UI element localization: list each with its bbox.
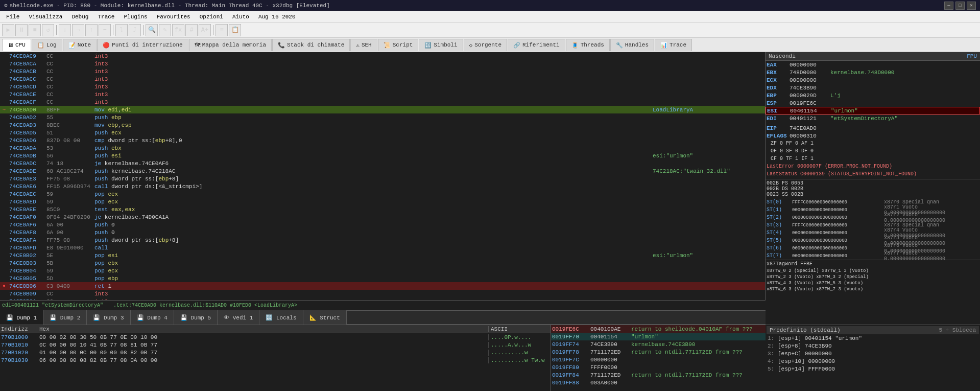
close-button[interactable]: ✕ — [967, 2, 976, 10]
tab-dump1[interactable]: 💾 Dump 1 — [0, 310, 43, 325]
tab-callstack[interactable]: 📞 Stack di chiamate — [272, 39, 350, 51]
edi-status: edi=00401121 "etSystemDirectoryA" — [2, 303, 103, 308]
menu-trace[interactable]: Trace — [93, 13, 118, 21]
hash-button[interactable]: # — [185, 24, 198, 36]
tab-handles[interactable]: 🔧 Handles — [610, 39, 654, 51]
disasm-row[interactable]: 74CE0AD3 8BEC mov ebp,esp — [0, 121, 765, 129]
work-area: 74CE0AC9 CC int3 74CE0ACA CC int3 74CE0A… — [0, 52, 980, 391]
tab-locals[interactable]: 🔣 Locals — [259, 310, 303, 325]
menu-plugins[interactable]: Plugins — [119, 13, 151, 21]
disasm-row[interactable]: 74CE0AFD E8 9E010000 call — [0, 244, 765, 251]
menu-aug 16 2020[interactable]: Aug 16 2020 — [254, 13, 300, 21]
tab-dump5[interactable]: 💾 Dump 5 — [174, 310, 218, 325]
disasm-row[interactable]: 74CE0ADA 53 push ebx — [0, 144, 765, 152]
tab-seh[interactable]: ⚠ SEH — [350, 39, 377, 51]
tab-symbols[interactable]: 🔣 Simboli — [419, 39, 463, 51]
run-button[interactable]: ▶ — [2, 24, 14, 36]
tab-vedi1[interactable]: 👁 Vedi 1 — [218, 310, 259, 325]
tab-references[interactable]: 🔗 Riferimenti — [508, 39, 565, 51]
register-row-esp[interactable]: ESP 0019FE6C — [766, 99, 980, 107]
disasm-row[interactable]: 74CE0B04 59 pop ecx — [0, 267, 765, 274]
step-into-button[interactable]: ↓ — [59, 24, 71, 36]
disasm-scroll[interactable]: 74CE0AC9 CC int3 74CE0ACA CC int3 74CE0A… — [0, 52, 765, 300]
disasm-row[interactable]: 74CE0B09 CC int3 — [0, 290, 765, 297]
disasm-row[interactable]: 74CE0AD6 837D 08 00 cmp dword ptr ss:[eb… — [0, 136, 765, 144]
disasm-row[interactable]: 74CE0AE6 FF15 A096D974 call dword ptr ds… — [0, 182, 765, 190]
tab-dump2[interactable]: 💾 Dump 2 — [43, 310, 87, 325]
menu-opzioni[interactable]: Opzioni — [196, 13, 227, 21]
tab-breakpoints[interactable]: 🔴 Punti di interruzione — [97, 39, 188, 51]
disasm-row[interactable]: 74CE0ACB CC int3 — [0, 67, 765, 75]
disasm-row[interactable]: 74CE0AED 59 pop ecx — [0, 198, 765, 205]
register-row-ecx[interactable]: ECX 00000000 — [766, 76, 980, 84]
panels: 74CE0AC9 CC int3 74CE0ACA CC int3 74CE0A… — [0, 52, 980, 391]
disasm-row[interactable]: 74CE0B03 5B pop ebx — [0, 259, 765, 267]
step-out-button[interactable]: ↑ — [85, 24, 98, 36]
maximize-button[interactable]: □ — [955, 2, 965, 10]
disasm-row[interactable]: 74CE0ACC CC int3 — [0, 75, 765, 83]
menu-file[interactable]: File — [2, 13, 23, 21]
register-row-ebx[interactable]: EBX 748D0000 kernelbase.748D0000 — [766, 68, 980, 76]
disasm-row[interactable]: 74CE0ACD CC int3 — [0, 83, 765, 90]
tab-trace[interactable]: 📊 Trace — [655, 39, 692, 51]
minimize-button[interactable]: — — [944, 2, 953, 10]
font-button[interactable]: A+ — [199, 24, 211, 36]
disasm-row[interactable]: 74CE0AE3 FF75 08 push dword ptr ss:[ebp+… — [0, 175, 765, 182]
disasm-row[interactable]: 74CE0AD2 55 push ebp — [0, 113, 765, 121]
disasm-row[interactable]: 74CE0AF8 6A 00 push 0 — [0, 228, 765, 236]
disasm-row[interactable]: 74CE0AF0 0F84 24BF0200 je kernelbase.74D… — [0, 213, 765, 221]
menu-debug[interactable]: Debug — [67, 13, 92, 21]
disasm-row[interactable]: 74CE0AD5 51 push ecx — [0, 129, 765, 136]
disasm-row[interactable]: 74CE0AEC 59 pop ecx — [0, 190, 765, 198]
tab-dump4[interactable]: 💾 Dump 4 — [131, 310, 174, 325]
disasm-row[interactable]: 74CE0ACA CC int3 — [0, 60, 765, 67]
register-row-ebp[interactable]: EBP 0000029D L'j — [766, 91, 980, 99]
log-button[interactable]: 📋 — [229, 24, 241, 36]
tab-memory[interactable]: 🗺 Mappa della memoria — [189, 39, 272, 51]
step-back-button[interactable]: ⬅ — [99, 24, 111, 36]
disasm-row[interactable]: 74CE0B02 5E pop esi esi:"urlmon" — [0, 251, 765, 259]
register-row-edx[interactable]: EDX 74CE3B90 — [766, 84, 980, 91]
search-button[interactable]: 🔍 — [146, 24, 158, 36]
edit-button[interactable]: ✎ — [159, 24, 171, 36]
tab-source[interactable]: ◇ Sorgente — [464, 39, 507, 51]
tab-log[interactable]: 📋 Log — [32, 39, 62, 51]
tab-struct[interactable]: 📐 Struct — [303, 310, 347, 325]
register-scroll[interactable]: EAX 00000000 EBX 748D0000 kernelbase.748… — [766, 61, 980, 325]
stop-button[interactable]: ■ — [29, 24, 41, 36]
predefinito-options[interactable]: 5 ÷ Sblocca — [939, 327, 976, 333]
menu-visualizza[interactable]: Visualizza — [25, 13, 66, 21]
disasm-row[interactable]: 74CE0B05 5D pop ebp — [0, 274, 765, 282]
register-row-esi[interactable]: ESI 00401154 "urlmon" — [766, 107, 980, 114]
expression-button[interactable]: fx — [172, 24, 184, 36]
asm-instruction: push ebp — [92, 114, 653, 121]
tab-note[interactable]: 📝 Note — [63, 39, 97, 51]
tab-dump3[interactable]: 💾 Dump 3 — [87, 310, 130, 325]
restart-button[interactable]: ↺ — [42, 24, 54, 36]
disasm-row[interactable]: 74CE0ADE 68 AC18C274 push kernelbase.74C… — [0, 167, 765, 175]
options-button[interactable]: ≡ — [216, 24, 228, 36]
register-row-eip[interactable]: EIP 74CE0AD0 — [766, 124, 980, 132]
disasm-row[interactable]: 74CE0ADB 56 push esi esi:"urlmon" — [0, 152, 765, 159]
menu-favourites[interactable]: Favourites — [153, 13, 195, 21]
tab-threads[interactable]: 🧵 Threads — [566, 39, 610, 51]
register-row-eax[interactable]: EAX 00000000 — [766, 61, 980, 68]
step-over-button[interactable]: → — [72, 24, 84, 36]
run-to-cursor-button[interactable]: ⤵ — [115, 24, 128, 36]
tab-script[interactable]: 📜 Script — [378, 39, 419, 51]
tab-cpu[interactable]: 🖥 CPU — [2, 39, 31, 51]
disasm-row[interactable]: 74CE0AEE 85C0 test eax,eax — [0, 205, 765, 213]
disasm-row[interactable]: 74CE0ACE CC int3 — [0, 90, 765, 98]
disasm-row[interactable]: 74CE0AF6 6A 00 push 0 — [0, 221, 765, 228]
disasm-row[interactable]: 74CE0ACF CC int3 — [0, 98, 765, 106]
pause-button[interactable]: ⏸ — [15, 24, 28, 36]
run-from-button[interactable]: ⤴ — [129, 24, 141, 36]
disasm-row[interactable]: 74CE0AFA FF75 08 push dword ptr ss:[ebp+… — [0, 236, 765, 244]
disasm-row[interactable]: ● 74CE0B06 C3 0400 ret 1 — [0, 282, 765, 290]
disasm-row[interactable]: 74CE0AC9 CC int3 — [0, 52, 765, 60]
menu-aiuto[interactable]: Aiuto — [228, 13, 253, 21]
disasm-row[interactable]: 74CE0ADC 74 18 je kernelbase.74CE0AF6 — [0, 159, 765, 167]
register-row-edi[interactable]: EDI 00401121 "etSystemDirectoryA" — [766, 114, 980, 122]
bp-indicator: → — [0, 107, 8, 112]
disasm-row[interactable]: → 74CE0AD0 8BFF mov edi,edi LoadLibraryA — [0, 106, 765, 113]
